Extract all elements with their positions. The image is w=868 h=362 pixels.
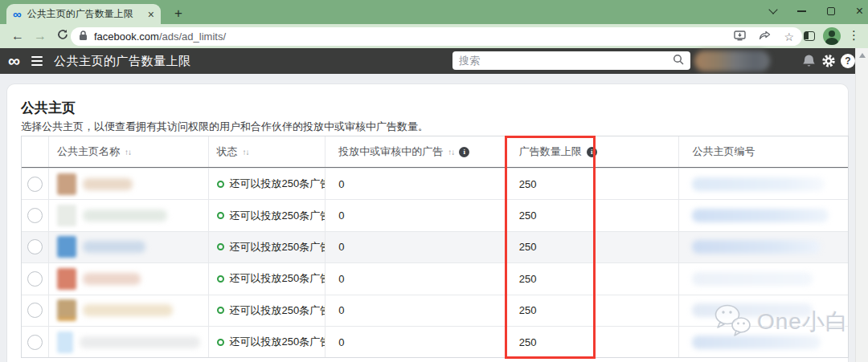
side-panel-icon[interactable] — [804, 31, 815, 41]
app-header: ∞ 公共主页的广告数量上限 ? — [0, 48, 855, 74]
screen: ∞ 公共主页的广告数量上限 × + × ← → facebook.com/ads… — [0, 0, 868, 362]
info-icon[interactable]: i — [587, 147, 597, 157]
row-radio[interactable] — [27, 177, 43, 192]
page-id-blurred — [678, 232, 848, 262]
sort-icon[interactable]: ↑↓ — [448, 148, 454, 157]
table-row[interactable]: 还可以投放250条广告 0 250 — [22, 199, 848, 230]
close-icon[interactable]: × — [856, 6, 863, 17]
page-name-blurred — [48, 169, 208, 199]
browser-profile-avatar[interactable] — [823, 27, 841, 45]
browser-tab[interactable]: ∞ 公共主页的广告数量上限 × — [6, 4, 161, 24]
new-tab-button[interactable]: + — [169, 4, 188, 23]
page-avatar-blurred — [57, 173, 76, 195]
ad-limit-cell: 250 — [506, 327, 679, 357]
install-icon[interactable] — [734, 30, 746, 44]
user-account-blurred[interactable] — [694, 51, 770, 71]
ads-count-cell: 0 — [325, 295, 506, 326]
search-icon — [673, 54, 684, 68]
row-radio[interactable] — [27, 271, 43, 287]
minimize-icon[interactable] — [797, 10, 806, 12]
watermark: One小白 — [712, 303, 849, 341]
browser-titlebar: ∞ 公共主页的广告数量上限 × + × — [0, 0, 868, 24]
page-avatar-blurred — [57, 205, 76, 226]
meta-logo-icon[interactable]: ∞ — [8, 53, 20, 69]
search-box[interactable] — [452, 51, 690, 70]
ads-count-cell: 0 — [325, 327, 506, 357]
row-radio[interactable] — [27, 303, 43, 318]
url-text: facebook.com/ads/ad_limits/ — [94, 31, 226, 43]
page-name-blurred — [48, 232, 208, 262]
ads-count-cell: 0 — [325, 169, 506, 199]
tab-close-icon[interactable]: × — [148, 8, 154, 21]
row-radio[interactable] — [27, 239, 43, 254]
search-input[interactable] — [459, 55, 673, 67]
watermark-text: One小白 — [757, 307, 849, 337]
chevron-down-icon[interactable] — [768, 5, 777, 14]
wechat-bubbles-icon — [712, 303, 754, 341]
status-cell: 还可以投放250条广告 — [208, 295, 326, 326]
status-cell: 还可以投放250条广告 — [208, 200, 326, 230]
page-id-blurred — [678, 200, 848, 230]
page-avatar-blurred — [57, 331, 73, 353]
settings-gear-icon[interactable] — [821, 54, 836, 71]
table-header-row: 公共主页名称 ↑↓ 状态 ↑↓ 投放中或审核中的广告 ↑↓ i 广告数量上限 — [22, 136, 848, 168]
meta-favicon-icon: ∞ — [13, 8, 22, 20]
status-cell: 还可以投放250条广告 — [208, 263, 326, 294]
ads-count-cell: 0 — [325, 232, 506, 262]
sort-icon[interactable]: ↑↓ — [243, 148, 249, 157]
page-subtitle: 选择公共主页，以便查看拥有其访问权限的用户和合作伙伴的投放中或审核中广告数量。 — [21, 120, 428, 134]
table-row[interactable]: 还可以投放250条广告 0 250 — [22, 168, 848, 199]
page-avatar-blurred — [57, 268, 76, 290]
lock-icon — [79, 30, 88, 44]
tab-title: 公共主页的广告数量上限 — [27, 7, 143, 21]
page-name-blurred — [48, 200, 208, 230]
header-ads-in-review[interactable]: 投放中或审核中的广告 ↑↓ i — [325, 136, 506, 167]
row-radio[interactable] — [27, 208, 43, 223]
hamburger-menu-icon[interactable] — [31, 56, 43, 66]
back-icon[interactable]: ← — [6, 29, 29, 43]
scroll-up-arrow-icon[interactable] — [859, 53, 866, 58]
status-cell: 还可以投放250条广告 — [208, 232, 326, 262]
page-name-blurred — [48, 295, 208, 326]
address-bar[interactable]: facebook.com/ads/ad_limits/ ☆ — [71, 27, 802, 46]
status-ok-icon — [217, 181, 224, 188]
app-title: 公共主页的广告数量上限 — [54, 54, 191, 69]
notifications-bell-icon[interactable] — [802, 54, 816, 71]
header-select — [22, 136, 48, 167]
info-icon[interactable]: i — [459, 147, 469, 157]
browser-toolbar: ← → facebook.com/ads/ad_limits/ ☆ ⋮ — [0, 24, 868, 48]
header-page-name[interactable]: 公共主页名称 ↑↓ — [48, 136, 208, 167]
page-id-blurred — [678, 169, 848, 199]
header-ad-limit: 广告数量上限 i — [506, 136, 679, 167]
row-radio[interactable] — [27, 335, 43, 350]
ad-limit-cell: 250 — [506, 263, 679, 294]
header-page-id: 公共主页编号 — [678, 136, 848, 167]
ad-limit-cell: 250 — [506, 169, 679, 199]
status-ok-icon — [217, 339, 224, 346]
table-row[interactable]: 还可以投放250条广告 0 250 — [22, 262, 848, 294]
page-avatar-blurred — [57, 236, 76, 258]
sort-icon[interactable]: ↑↓ — [125, 148, 131, 157]
ad-limit-cell: 250 — [506, 232, 679, 262]
page-name-blurred — [48, 263, 208, 294]
status-ok-icon — [217, 212, 224, 219]
page-title: 公共主页 — [21, 99, 76, 117]
help-icon[interactable]: ? — [841, 54, 855, 68]
forward-icon[interactable]: → — [29, 29, 51, 43]
ad-limit-cell: 250 — [506, 295, 679, 326]
status-cell: 还可以投放250条广告 — [208, 169, 326, 199]
bookmark-star-icon[interactable]: ☆ — [784, 31, 794, 43]
page-id-blurred — [678, 263, 848, 294]
share-icon[interactable] — [759, 30, 771, 44]
page-name-blurred — [48, 327, 208, 357]
browser-menu-icon[interactable]: ⋮ — [848, 28, 860, 43]
maximize-icon[interactable] — [827, 7, 835, 15]
header-status[interactable]: 状态 ↑↓ — [208, 136, 326, 167]
status-cell: 还可以投放250条广告 — [208, 327, 326, 357]
ad-limit-cell: 250 — [506, 200, 679, 230]
status-ok-icon — [217, 275, 224, 283]
table-row[interactable]: 还可以投放250条广告 0 250 — [22, 231, 848, 262]
window-controls: × — [770, 0, 863, 22]
scrollbar[interactable] — [855, 48, 868, 362]
page-avatar-blurred — [57, 299, 76, 321]
